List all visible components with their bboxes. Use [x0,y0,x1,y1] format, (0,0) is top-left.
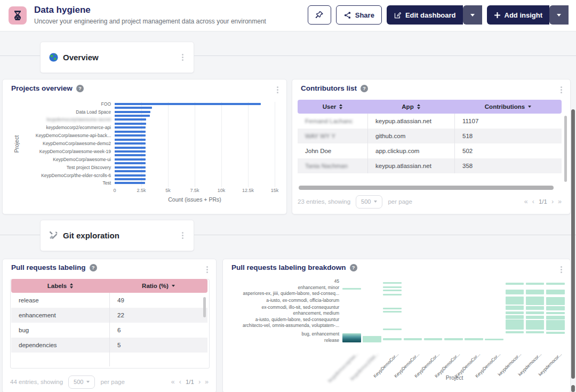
page-size-select[interactable]: 500 [356,195,382,209]
heatmap-cell [383,294,402,295]
cell-text: bug [19,327,29,333]
table-row: release49 [11,293,207,308]
tools-icon [49,231,58,240]
table-cell: 358 [454,158,562,173]
cell-text: John Doe [305,148,331,154]
bar-label: KeypDemoCorp/awesome-week-19 [3,149,115,154]
add-insight-button[interactable]: Add insight [487,5,550,25]
page-size-select[interactable]: 500 [68,375,95,389]
table-cell: keypup.atlassian.net [367,158,454,173]
bar-label: KeypDemoCorp/awesome-api-back... [3,133,115,138]
column-header-contributions[interactable]: Contributions [454,103,562,110]
column-header-user[interactable]: User [298,103,367,110]
heatmap-cell [506,311,524,314]
bar [115,150,146,153]
cell-text: WAY WY Y [305,133,335,139]
contributors-table: UserAppContributionsFernand Lachanckeypu… [298,100,562,173]
cell-text: 22 [117,312,124,318]
heatmap-cell [424,338,443,340]
column-header-label: Ratio (%) [142,283,169,289]
heatmap-cell [526,290,545,294]
help-icon[interactable]: ? [361,85,368,92]
projects-chart-xlabel: Count (issues + PRs) [115,196,275,203]
heatmap-cell [546,320,565,330]
table-cell: 502 [454,143,562,158]
heatmap-cell [383,311,402,313]
first-page-button[interactable]: « [171,378,175,386]
column-header-labels[interactable]: Labels [11,283,109,289]
next-page-button[interactable]: › [198,378,201,386]
heatmap-cell [526,297,545,305]
first-page-button[interactable]: « [524,198,528,205]
page-indicator: 1/1 [186,379,194,385]
heatmap-cell [342,333,361,342]
add-insight-menu-button[interactable] [549,5,569,25]
table-cell: Fernand Lachanc [298,114,367,129]
help-icon[interactable]: ? [76,85,84,92]
card-title-text: Pull requests labeling [11,263,86,271]
contributors-menu[interactable] [559,85,564,95]
bar-row: keypdemocorp2/ecommerce-api [3,126,286,130]
sort-desc-icon [528,106,531,108]
share-button[interactable]: Share [336,5,382,25]
table-cell: Tania Nachman [298,158,367,173]
table-row: Fernand Lachanckeypup.atlassian.net11107 [298,114,562,129]
heatmap-cell [506,319,524,330]
per-page-text: per page [388,198,412,205]
page-size-value: 500 [361,198,371,205]
help-icon[interactable]: ? [90,264,97,271]
section-overview-title: Overview [63,53,99,62]
prev-page-button[interactable]: ‹ [179,378,181,386]
section-git-exploration: Git exploration [40,220,194,251]
pin-button[interactable] [308,5,331,25]
table-row: bug6 [11,323,207,338]
entries-text: 44 entries, showing [10,379,63,385]
table-cell: release [11,293,109,308]
table-cell: keypup.atlassian.net [367,114,454,129]
page-scrollbar-thumb[interactable] [571,109,575,379]
column-header-label: Contributions [485,103,525,110]
cell-text: keypup.atlassian.net [375,118,431,124]
cell-text: app.clickup.com [375,148,419,154]
page-scrollbar-thumb[interactable] [571,385,575,392]
bar-row: KeypDemoCorp/awesome-demo2 [3,141,286,145]
bar-row: Test [3,181,286,185]
next-page-button[interactable]: › [551,198,554,205]
pr-labeling-menu[interactable] [205,265,210,275]
chevron-down-icon [86,381,90,383]
column-header-label: Labels [47,283,67,289]
bar [115,118,146,121]
heatmap-cell [444,338,463,340]
bar [115,103,261,105]
vertical-scrollbar[interactable] [564,116,567,182]
projects-overview-menu[interactable] [275,85,280,95]
vertical-scrollbar[interactable] [203,297,206,317]
cell-text: release [19,297,39,303]
edit-dashboard-menu-button[interactable] [463,5,482,25]
projects-overview-card: Projects overview ? FOOData Load Spaceke… [2,79,287,214]
breakdown-heatmap: 45enhancement, minorasperiores-ex, jiiii… [223,259,570,392]
bar [115,166,146,169]
bar [115,142,146,145]
column-header-ratio-[interactable]: Ratio (%) [109,283,207,289]
column-header-app[interactable]: App [367,103,454,110]
table-cell: github.com [367,129,454,143]
cell-text: Fernand Lachanc [305,118,353,124]
section-overview-menu[interactable] [180,52,185,62]
last-page-button[interactable]: » [205,378,209,386]
section-git-menu[interactable] [180,230,185,241]
bar [115,126,146,129]
table-cell: enhancement [11,308,109,323]
table-cell: 5 [109,338,207,353]
heatmap-cell [526,320,545,330]
table-cell: 518 [454,129,562,143]
edit-dashboard-button[interactable]: Edit dashboard [387,5,463,25]
table-row: enhancement22 [11,308,207,323]
card-title-text: Projects overview [11,84,73,92]
table-row-empty [11,353,207,366]
prev-page-button[interactable]: ‹ [532,198,534,205]
horizontal-scrollbar[interactable] [299,186,554,190]
last-page-button[interactable]: » [558,198,562,205]
heatmap-cell [546,316,565,319]
bar-label: KeypDemoCorp/the-elder-scrolls-6 [3,173,115,178]
